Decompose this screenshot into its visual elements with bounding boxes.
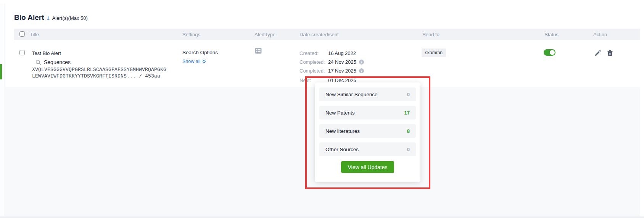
top-strip xyxy=(0,0,644,4)
column-header-title: Title xyxy=(30,32,39,37)
sequence-text-line1: XVQLVESGGGVVQPGRSLRLSCAASGFAFSSYGMHWVRQA… xyxy=(32,67,166,73)
popup-item-other-sources[interactable]: Other Sources 0 xyxy=(319,142,416,156)
popup-item-count: 8 xyxy=(407,128,410,134)
view-all-updates-button[interactable]: View all Updates xyxy=(341,161,394,173)
search-type-row: Sequences xyxy=(35,59,71,65)
page-title: Bio Alert xyxy=(14,13,44,22)
popup-item-new-patents[interactable]: New Patents 17 xyxy=(319,106,416,119)
column-header-status: Status xyxy=(544,32,559,37)
date-label: Completed: xyxy=(299,59,328,65)
status-toggle[interactable] xyxy=(544,49,555,56)
send-to-user-tag: skamran xyxy=(422,48,446,57)
column-header-date: Date created/sent xyxy=(299,32,339,37)
show-all-label[interactable]: Show all xyxy=(182,59,200,64)
column-header-send-to: Send to xyxy=(422,32,440,37)
right-scrollbar-track[interactable] xyxy=(640,0,644,218)
date-value: 17 Nov 2025 xyxy=(328,68,356,74)
edit-pencil-icon[interactable] xyxy=(594,50,601,57)
alert-count: 1 xyxy=(47,15,49,21)
column-header-settings: Settings xyxy=(182,32,200,37)
date-completed-row: Completed: 24 Nov 2025 i xyxy=(299,59,364,65)
delete-trash-icon[interactable] xyxy=(607,50,613,57)
search-type-label: Sequences xyxy=(44,59,71,65)
info-icon[interactable]: i xyxy=(359,68,364,73)
column-header-action: Action xyxy=(593,32,607,37)
table-header-row: Title Settings Alert type Date created/s… xyxy=(14,29,640,40)
left-edge-panel xyxy=(0,4,5,218)
popup-item-new-literatures[interactable]: New literatures 8 xyxy=(319,124,416,138)
alert-type-list-icon xyxy=(255,48,262,54)
toggle-knob xyxy=(550,50,555,55)
page-title-row: Bio Alert 1 Alert(s)(Max 50) xyxy=(14,13,88,22)
search-icon xyxy=(35,60,41,65)
table-row: Test Bio Alert Sequences XVQLVESGGGVVQPG… xyxy=(14,40,640,87)
row-checkbox[interactable] xyxy=(19,50,25,55)
alert-title[interactable]: Test Bio Alert xyxy=(32,50,61,56)
popup-item-count: 17 xyxy=(404,110,410,116)
popup-item-count: 0 xyxy=(407,147,410,152)
date-label: Completed: xyxy=(299,68,328,74)
popup-item-count: 0 xyxy=(407,92,410,97)
updates-popup: New Similar Sequence 0 New Patents 17 Ne… xyxy=(315,82,420,182)
column-header-alert-type: Alert type xyxy=(254,32,275,37)
date-created-row: Created: 16 Aug 2022 xyxy=(299,50,356,56)
popup-item-label: New Patents xyxy=(325,110,355,116)
date-value: 24 Nov 2025 xyxy=(328,59,356,65)
sequence-text-line2: LEWVAVIWFDGTKKYYTDSVKGRFTISRDNS... / 453… xyxy=(32,73,160,79)
settings-label: Search Options xyxy=(182,50,218,55)
alert-count-suffix: Alert(s)(Max 50) xyxy=(52,15,88,21)
date-label: Created: xyxy=(299,50,328,56)
double-chevron-down-icon xyxy=(202,59,206,64)
bottom-edge xyxy=(0,216,644,218)
date-completed-row: Completed: 17 Nov 2025 i xyxy=(299,68,364,74)
info-icon[interactable]: i xyxy=(359,60,364,65)
select-all-checkbox[interactable] xyxy=(19,31,25,37)
popup-item-new-similar-sequence[interactable]: New Similar Sequence 0 xyxy=(319,87,416,101)
popup-button-wrap: View all Updates xyxy=(319,161,416,173)
popup-item-label: New Similar Sequence xyxy=(325,92,378,97)
popup-item-label: New literatures xyxy=(325,128,360,134)
show-all-link[interactable]: Show all xyxy=(182,59,206,64)
popup-item-label: Other Sources xyxy=(325,147,359,152)
sidebar-active-indicator xyxy=(0,64,2,79)
date-value: 16 Aug 2022 xyxy=(328,50,356,56)
